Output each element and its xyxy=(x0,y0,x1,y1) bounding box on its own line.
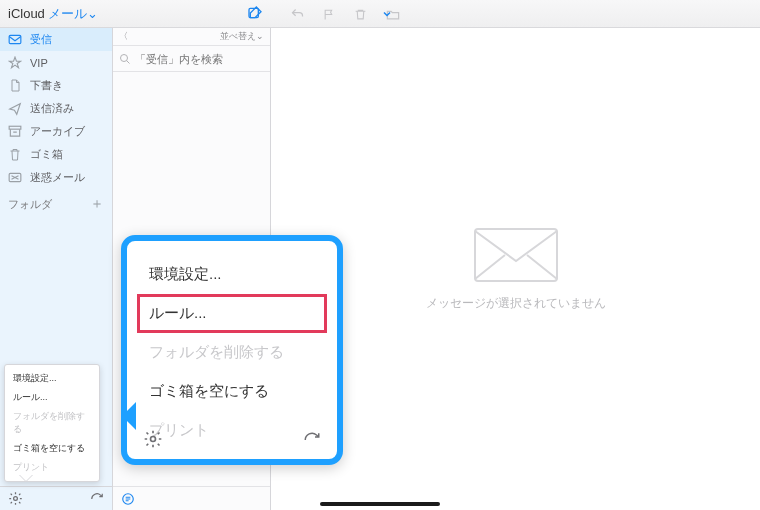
top-toolbar: iCloud メール⌄ xyxy=(0,0,760,28)
callout-arrow xyxy=(108,402,136,430)
sidebar-label: 送信済み xyxy=(30,101,74,116)
flag-icon[interactable] xyxy=(323,7,336,22)
home-indicator xyxy=(320,502,440,506)
search-input[interactable] xyxy=(135,53,264,65)
back-icon[interactable]: 〈 xyxy=(119,30,128,43)
gear-popup-callout: 環境設定... ルール... フォルダを削除する ゴミ箱を空にする プリント xyxy=(121,235,343,465)
sidebar-footer xyxy=(0,486,112,510)
sidebar-item-sent[interactable]: 送信済み xyxy=(0,97,112,120)
gear-menu: 環境設定... ルール... フォルダを削除する ゴミ箱を空にする プリント xyxy=(137,255,327,450)
brand: iCloud メール⌄ xyxy=(0,5,98,23)
sidebar-item-vip[interactable]: VIP xyxy=(0,51,112,74)
gear-icon[interactable] xyxy=(143,429,163,449)
compose-icon[interactable] xyxy=(247,5,263,21)
sort-control[interactable]: 並べ替え⌄ xyxy=(220,30,264,43)
star-icon xyxy=(8,56,22,70)
mini-pop-item[interactable]: ゴミ箱を空にする xyxy=(5,439,99,458)
sidebar-label: 迷惑メール xyxy=(30,170,85,185)
svg-rect-2 xyxy=(9,126,21,129)
folders-header: フォルダ ＋ xyxy=(0,193,112,215)
sidebar-label: 受信 xyxy=(30,32,52,47)
sidebar-label: アーカイブ xyxy=(30,124,85,139)
sidebar-label: ゴミ箱 xyxy=(30,147,63,162)
sidebar-item-drafts[interactable]: 下書き xyxy=(0,74,112,97)
gear-icon[interactable] xyxy=(8,491,23,506)
reader-toolbar xyxy=(280,0,401,28)
svg-point-4 xyxy=(14,497,18,501)
refresh-icon[interactable] xyxy=(303,431,321,449)
message-list-header: 〈 並べ替え⌄ xyxy=(113,28,270,46)
message-list-footer xyxy=(113,486,270,510)
mini-pop-item: フォルダを削除する xyxy=(5,407,99,439)
svg-point-5 xyxy=(121,54,128,61)
gear-popup-small: 環境設定... ルール... フォルダを削除する ゴミ箱を空にする プリント xyxy=(4,364,100,482)
sidebar-item-junk[interactable]: 迷惑メール xyxy=(0,166,112,189)
menu-item-delete-folder: フォルダを削除する xyxy=(137,333,327,372)
mini-pop-item[interactable]: 環境設定... xyxy=(5,369,99,388)
status-icon[interactable] xyxy=(121,492,135,506)
menu-item-empty-trash[interactable]: ゴミ箱を空にする xyxy=(137,372,327,411)
sidebar: 受信 VIP 下書き 送信済み アーカイブ ゴミ箱 迷惑メール フォルダ ＋ xyxy=(0,28,113,510)
mini-pop-item[interactable]: ルール... xyxy=(5,388,99,407)
brand-mail-dropdown[interactable]: メール⌄ xyxy=(48,6,98,21)
svg-rect-1 xyxy=(9,35,21,43)
reader-pane: メッセージが選択されていません xyxy=(271,28,760,510)
paperplane-icon xyxy=(8,102,22,116)
brand-icloud: iCloud xyxy=(8,6,45,21)
search-wrap xyxy=(113,46,270,72)
reply-icon[interactable] xyxy=(290,7,305,22)
svg-rect-7 xyxy=(475,229,557,281)
sidebar-item-inbox[interactable]: 受信 xyxy=(0,28,112,51)
archive-icon xyxy=(8,125,22,138)
envelope-icon xyxy=(473,227,559,283)
search-icon xyxy=(119,53,131,65)
sidebar-label: VIP xyxy=(30,57,48,69)
folders-header-label: フォルダ xyxy=(8,197,52,212)
menu-item-preferences[interactable]: 環境設定... xyxy=(137,255,327,294)
sidebar-item-trash[interactable]: ゴミ箱 xyxy=(0,143,112,166)
document-icon xyxy=(8,79,22,93)
trash-icon[interactable] xyxy=(354,7,367,22)
menu-item-print: プリント xyxy=(137,411,327,450)
inbox-icon xyxy=(8,34,22,45)
trash-icon xyxy=(8,148,22,162)
empty-message-text: メッセージが選択されていません xyxy=(426,295,606,312)
menu-item-rules[interactable]: ルール... xyxy=(137,294,327,333)
sidebar-label: 下書き xyxy=(30,78,63,93)
mini-pop-item: プリント xyxy=(5,458,99,477)
refresh-icon[interactable] xyxy=(90,492,104,506)
toolbar-dropdown-icon[interactable] xyxy=(381,8,393,20)
sidebar-item-archive[interactable]: アーカイブ xyxy=(0,120,112,143)
add-folder-icon[interactable]: ＋ xyxy=(90,195,104,213)
svg-point-8 xyxy=(151,437,156,442)
junk-icon xyxy=(8,172,22,183)
